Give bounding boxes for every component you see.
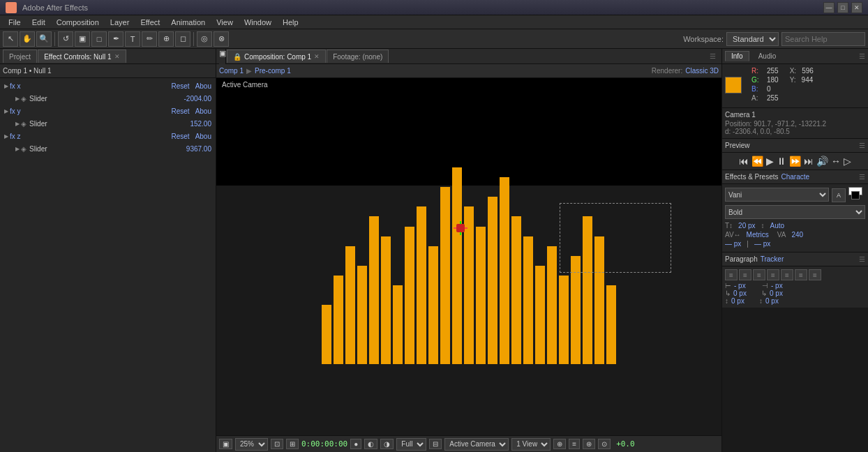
fx-z-reset[interactable]: Reset <box>172 133 190 140</box>
comp-tab-close[interactable]: ✕ <box>314 53 320 60</box>
expand-icon[interactable]: ▶ <box>4 83 8 89</box>
zoom-tool[interactable]: 🔍 <box>36 31 52 47</box>
eraser-tool[interactable]: ◻ <box>175 31 190 47</box>
layer-tool[interactable]: ▣ <box>75 31 90 47</box>
close-button[interactable]: ✕ <box>851 2 862 13</box>
align-justify-all-btn[interactable]: ≡ <box>781 269 793 280</box>
panel-menu-icon[interactable]: ☰ <box>707 52 719 60</box>
motion-btn[interactable]: ⊙ <box>598 439 611 449</box>
ep-menu-icon[interactable]: ☰ <box>859 173 865 181</box>
pen-tool[interactable]: ✒ <box>108 31 124 47</box>
renderer-value[interactable]: Classic 3D <box>685 67 719 75</box>
brush-tool[interactable]: ✏ <box>142 31 157 47</box>
minimize-button[interactable]: — <box>823 2 835 13</box>
character-tab[interactable]: Characte <box>781 173 810 181</box>
menu-window[interactable]: Window <box>239 15 277 29</box>
info-tab[interactable]: Info <box>725 51 749 61</box>
para-menu-icon[interactable]: ☰ <box>859 255 865 263</box>
fx-x-reset[interactable]: Reset <box>172 82 190 90</box>
extra-option1[interactable]: — px <box>725 240 741 248</box>
view-select[interactable]: 1 View <box>511 438 551 451</box>
font-style-btn[interactable]: A <box>832 188 846 202</box>
audio-btn[interactable]: 🔊 <box>816 156 828 167</box>
last-frame-btn[interactable]: ⏭ <box>804 156 814 167</box>
margin-left-val[interactable]: - px <box>734 282 754 289</box>
color-btn[interactable]: ◑ <box>380 439 394 449</box>
align-center-btn[interactable]: ≡ <box>739 269 751 280</box>
selection-tool[interactable]: ↖ <box>3 31 18 47</box>
slider-x-value[interactable]: -2004.00 <box>184 95 211 103</box>
tracker-tab[interactable]: Tracker <box>761 255 784 263</box>
expand-icon[interactable]: ▶ <box>15 121 20 127</box>
fx-x-about[interactable]: Abou <box>195 82 211 90</box>
tab-close-icon[interactable]: ✕ <box>114 53 120 60</box>
layers-btn[interactable]: ≡ <box>569 439 580 449</box>
alpha-btn[interactable]: ◐ <box>364 439 377 449</box>
expand-icon[interactable]: ▶ <box>15 146 20 152</box>
preview-menu-icon[interactable]: ☰ <box>859 142 865 149</box>
record-btn[interactable]: ● <box>350 439 361 449</box>
next-frame-btn[interactable]: ⏩ <box>789 156 801 167</box>
hand-tool[interactable]: ✋ <box>20 31 35 47</box>
menu-composition[interactable]: Composition <box>51 15 105 29</box>
workspace-select[interactable]: Standard <box>726 32 779 46</box>
margin-right-val[interactable]: - px <box>771 282 791 289</box>
prev-frame-btn[interactable]: ⏪ <box>751 156 763 167</box>
indent-val[interactable]: 0 px <box>733 289 753 297</box>
align-justify-btn[interactable]: ≡ <box>767 269 779 280</box>
camera-select[interactable]: Active Camera <box>444 438 509 451</box>
space-before-val[interactable]: 0 px <box>731 297 751 305</box>
expand-icon[interactable]: ▶ <box>15 96 20 102</box>
effect-controls-tab[interactable]: Effect Controls: Null 1 ✕ <box>38 50 126 63</box>
clone-tool[interactable]: ⊕ <box>158 31 174 47</box>
loop-mode-btn[interactable]: ▷ <box>844 156 851 167</box>
menu-layer[interactable]: Layer <box>105 15 135 29</box>
text-tool[interactable]: T <box>125 31 140 47</box>
align-left-btn[interactable]: ≡ <box>725 269 738 280</box>
render-btn[interactable]: ⊕ <box>553 439 566 449</box>
align-distribute-btn[interactable]: ≡ <box>809 269 821 280</box>
footage-tab[interactable]: Footage: (none) <box>327 50 389 63</box>
pause-btn[interactable]: ⏸ <box>777 156 786 167</box>
precomp1-nav[interactable]: Pre-comp 1 <box>255 67 291 75</box>
play-btn[interactable]: ▶ <box>766 156 774 167</box>
font-select[interactable]: Vani <box>725 188 829 202</box>
expand-icon[interactable]: ▶ <box>4 133 8 140</box>
fx-z-about[interactable]: Abou <box>195 133 211 140</box>
font-size-val[interactable]: 20 px <box>738 222 755 229</box>
tracking-val[interactable]: Metrics <box>747 231 769 239</box>
slider-y-value[interactable]: 152.00 <box>190 120 211 128</box>
align-right-btn[interactable]: ≡ <box>753 269 765 280</box>
shape-tool[interactable]: □ <box>91 31 107 47</box>
maximize-button[interactable]: □ <box>837 2 848 13</box>
audio-tab[interactable]: Audio <box>752 51 783 61</box>
zoom-select[interactable]: 25% <box>235 438 268 451</box>
composition-tab[interactable]: 🔒 Composition: Comp 1 ✕ <box>227 50 326 63</box>
fx-y-about[interactable]: Abou <box>195 107 211 115</box>
menu-help[interactable]: Help <box>277 15 304 29</box>
menu-animation[interactable]: Animation <box>165 15 211 29</box>
indent2-val[interactable]: 0 px <box>770 289 789 297</box>
first-frame-btn[interactable]: ⏮ <box>739 156 749 167</box>
kerning-val[interactable]: 240 <box>791 231 803 239</box>
space-after-val[interactable]: 0 px <box>765 297 785 305</box>
expand-icon[interactable]: ▶ <box>4 108 8 114</box>
quality-select[interactable]: Full <box>396 438 426 451</box>
anchor-tool[interactable]: ◎ <box>197 31 212 47</box>
weight-select[interactable]: Bold <box>725 205 865 219</box>
grid-btn[interactable]: ⊞ <box>286 439 299 449</box>
menu-effect[interactable]: Effect <box>135 15 165 29</box>
region-btn[interactable]: ⊟ <box>429 439 442 449</box>
snap-btn[interactable]: ⊛ <box>583 439 595 449</box>
panel-menu-icon[interactable]: ☰ <box>859 52 865 60</box>
menu-view[interactable]: View <box>211 15 239 29</box>
menu-edit[interactable]: Edit <box>27 15 51 29</box>
align-full-btn[interactable]: ≡ <box>795 269 807 280</box>
extra-option2[interactable]: — px <box>754 240 770 248</box>
puppet-tool[interactable]: ⊗ <box>214 31 229 47</box>
project-tab[interactable]: Project <box>3 50 37 63</box>
search-input[interactable] <box>781 32 865 46</box>
menu-file[interactable]: File <box>3 15 27 29</box>
fit-btn[interactable]: ⊡ <box>271 439 283 449</box>
slider-z-value[interactable]: 9367.00 <box>186 145 211 153</box>
